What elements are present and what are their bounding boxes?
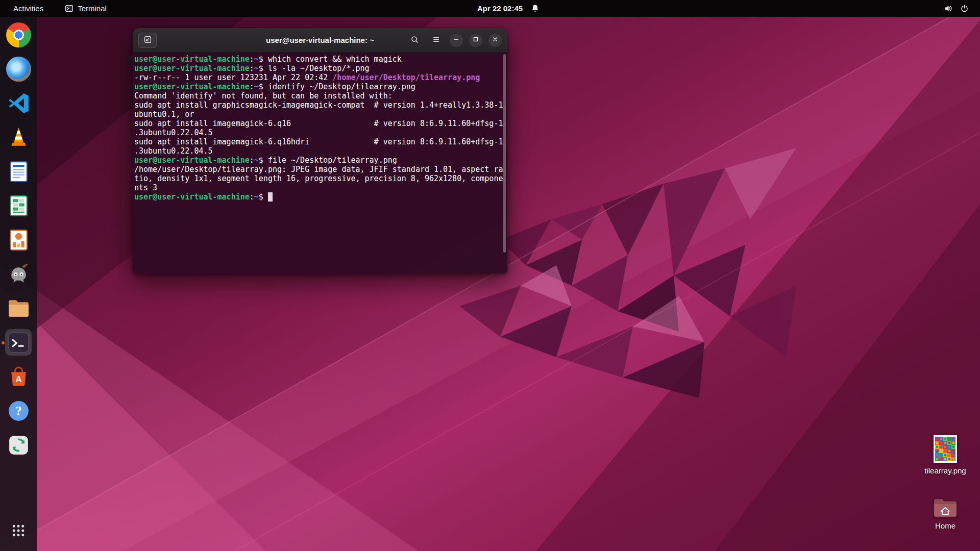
dock-item-files[interactable] — [0, 291, 37, 325]
terminal-headerbar[interactable]: user@user-virtual-machine: ~ — [133, 28, 507, 53]
app-grid-icon — [11, 523, 26, 538]
terminal-text-segment: sudo apt install imagemagick-6.q16 # ver… — [134, 119, 503, 128]
dock-item-firefox[interactable] — [0, 52, 37, 86]
terminal-text-segment: identify ~/Desktop/tilearray.png — [268, 82, 415, 91]
terminal-line: nts 3 — [134, 183, 507, 192]
clock-menu[interactable]: Apr 22 02:45 — [477, 4, 540, 13]
minimize-button[interactable] — [450, 34, 463, 47]
top-bar: Activities Terminal Apr 22 02:45 — [0, 0, 980, 17]
system-status-menu[interactable] — [944, 4, 980, 13]
terminal-cursor — [268, 192, 273, 202]
terminal-line: user@user-virtual-machine:~$ which conve… — [134, 55, 507, 64]
gimp-icon — [6, 262, 31, 287]
clock-label: Apr 22 02:45 — [477, 4, 523, 13]
terminal-line: user@user-virtual-machine:~$ file ~/Desk… — [134, 156, 507, 165]
terminal-text-segment: /home/user/Desktop/tilearray.png — [332, 73, 480, 82]
terminal-line: tio, density 1x1, segment length 16, pro… — [134, 174, 507, 183]
terminal-text-segment: : — [250, 55, 254, 64]
terminal-line: .3ubuntu0.22.04.5 — [134, 128, 507, 137]
dock-item-terminal[interactable] — [0, 325, 37, 360]
hamburger-menu-icon — [432, 35, 440, 45]
terminal-line: ubuntu0.1, or — [134, 110, 507, 119]
svg-text:?: ? — [15, 404, 21, 418]
notification-bell-icon — [531, 4, 540, 13]
dock-item-code[interactable] — [0, 86, 37, 120]
maximize-button[interactable] — [469, 34, 482, 47]
terminal-text-segment: sudo apt install imagemagick-6.q16hdri #… — [134, 137, 503, 146]
terminal-text-segment: $ — [259, 156, 268, 165]
terminal-text-segment: $ — [259, 192, 268, 202]
desktop-icon-tilearray[interactable]: tilearray.png — [916, 435, 975, 475]
dock-item-gimp[interactable] — [0, 257, 37, 291]
terminal-line: user@user-virtual-machine:~$ ls -la ~/De… — [134, 64, 507, 73]
window-title: user@user-virtual-machine: ~ — [266, 36, 374, 44]
terminal-scrollbar[interactable] — [502, 54, 506, 272]
running-indicator — [2, 341, 5, 344]
terminal-text-segment: : — [250, 64, 254, 73]
terminal-text-segment: ubuntu0.1, or — [134, 110, 194, 119]
terminal-text-segment: user@user-virtual-machine — [134, 64, 250, 73]
dock: A? — [0, 17, 37, 551]
vscode-icon — [6, 91, 31, 116]
dock-item-calc[interactable] — [0, 189, 37, 223]
terminal-line: sudo apt install imagemagick-6.q16 # ver… — [134, 119, 507, 128]
terminal-app-icon — [65, 4, 74, 13]
terminal-window: user@user-virtual-machine: ~ — [133, 28, 507, 273]
terminal-line: /home/user/Desktop/tilearray.png: JPEG i… — [134, 165, 507, 174]
desktop-icon-label: tilearray.png — [924, 466, 966, 475]
terminal-text-segment: user@user-virtual-machine — [134, 192, 250, 202]
terminal-output: user@user-virtual-machine:~$ which conve… — [134, 55, 507, 202]
terminal-text-segment: user@user-virtual-machine — [134, 156, 250, 165]
help-icon: ? — [6, 398, 31, 423]
search-icon — [410, 35, 419, 45]
chrome-icon — [6, 22, 31, 47]
focused-app-label: Terminal — [78, 4, 107, 13]
dock-item-help[interactable]: ? — [0, 394, 37, 428]
terminal-text-segment: -rw-r--r-- 1 user user 123231 Apr 22 02:… — [134, 73, 332, 82]
image-file-thumbnail — [934, 435, 957, 463]
terminal-text-segment: : — [250, 82, 254, 91]
firefox-icon — [6, 57, 31, 82]
close-button[interactable] — [488, 34, 502, 47]
desktop-icon-home[interactable]: Home — [916, 497, 975, 530]
dock-item-vlc[interactable] — [0, 120, 37, 155]
software-updater-icon — [6, 433, 31, 458]
terminal-text-segment: : — [250, 192, 254, 202]
dock-items: A? — [0, 17, 37, 512]
menu-button[interactable] — [428, 33, 444, 48]
dock-item-impress[interactable] — [0, 223, 37, 257]
terminal-text-segment: ~ — [254, 64, 259, 73]
terminal-text-segment: tio, density 1x1, segment length 16, pro… — [134, 174, 503, 183]
terminal-text-segment: file ~/Desktop/tilearray.png — [268, 156, 397, 165]
terminal-text-segment: /home/user/Desktop/tilearray.png: JPEG i… — [134, 165, 503, 174]
close-icon — [491, 35, 499, 45]
terminal-line: user@user-virtual-machine:~$ identify ~/… — [134, 82, 507, 91]
home-folder-icon — [933, 497, 958, 518]
volume-icon — [944, 4, 952, 13]
desktop-icon-label: Home — [935, 521, 955, 530]
terminal-text-segment: user@user-virtual-machine — [134, 55, 250, 64]
terminal-line: sudo apt install imagemagick-6.q16hdri #… — [134, 137, 507, 146]
terminal-text-segment: Command 'identify' not found, but can be… — [134, 91, 393, 101]
new-tab-icon — [143, 35, 152, 45]
maximize-icon — [472, 35, 480, 45]
terminal-text-segment: nts 3 — [134, 183, 157, 192]
terminal-text-segment: ~ — [254, 82, 259, 91]
terminal-text-segment: : — [250, 156, 254, 165]
activities-button[interactable]: Activities — [9, 3, 47, 14]
terminal-line: .3ubuntu0.22.04.5 — [134, 146, 507, 156]
terminal-body[interactable]: user@user-virtual-machine:~$ which conve… — [133, 53, 507, 273]
new-tab-button[interactable] — [138, 33, 157, 48]
libreoffice-writer-icon — [6, 159, 31, 184]
dock-item-updater[interactable] — [0, 428, 37, 462]
scrollbar-thumb[interactable] — [503, 54, 506, 253]
dock-item-software[interactable]: A — [0, 360, 37, 394]
terminal-text-segment: .3ubuntu0.22.04.5 — [134, 128, 213, 137]
dock-item-chrome[interactable] — [0, 18, 37, 52]
focused-app-menu[interactable]: Terminal — [61, 3, 111, 14]
ubuntu-software-icon: A — [6, 364, 31, 389]
search-button[interactable] — [407, 33, 422, 48]
terminal-text-segment: ~ — [254, 192, 259, 202]
show-applications-button[interactable] — [0, 512, 37, 549]
dock-item-writer[interactable] — [0, 155, 37, 189]
